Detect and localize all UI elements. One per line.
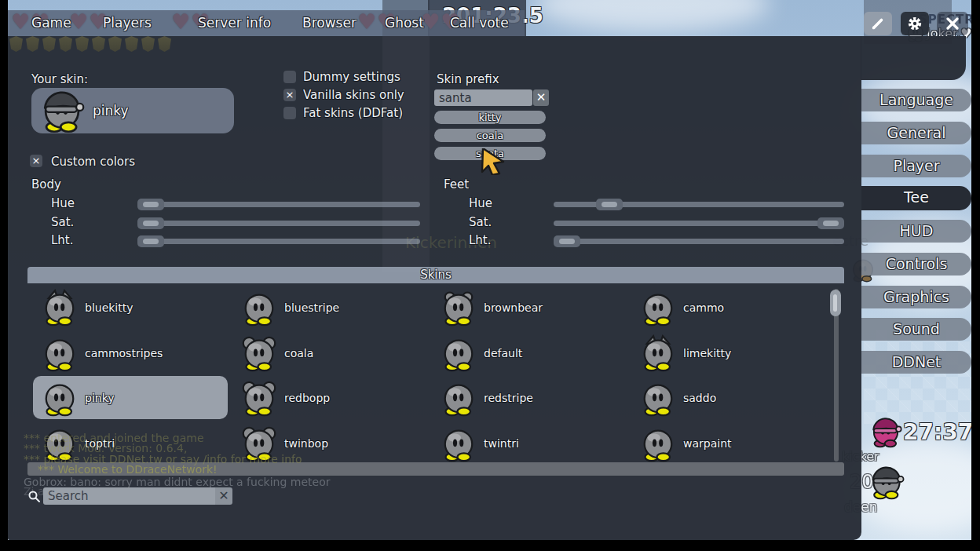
body-section-label: Body (31, 177, 61, 192)
feet-hue-slider-label: Hue (469, 196, 492, 210)
sidebar-tab-language[interactable]: Language (861, 89, 971, 111)
skin-tee-icon (639, 425, 677, 462)
skin-prefix-input[interactable] (434, 89, 532, 106)
chat-line: *** Welcome to DDraceNetwork! (38, 463, 218, 476)
chat-line: Gobrox: bano: sorry man didnt expect a f… (24, 476, 330, 488)
menu-item-players[interactable]: Players (103, 15, 152, 31)
skin-prefix-clear-button[interactable]: ✕ (533, 89, 549, 106)
feet-sat-slider-track[interactable] (554, 221, 844, 226)
feet-hue-slider-handle[interactable] (596, 199, 623, 210)
skin-item-saddo[interactable]: saddo (631, 376, 826, 419)
feet-section-label: Feet (444, 177, 469, 192)
letterbox-left (0, 0, 8, 551)
checkbox-fat-skins-ddfat[interactable] (283, 107, 296, 119)
menu-item-browser[interactable]: Browser (302, 15, 357, 31)
spectate-time: 27:37 (903, 419, 973, 445)
skin-name-twintri: twintri (484, 437, 519, 450)
sidebar-tab-tee[interactable]: Tee (861, 186, 971, 210)
custom-colors-checkbox[interactable]: × (30, 155, 42, 167)
skin-item-brownbear[interactable]: brownbear (432, 286, 627, 329)
skin-item-twintri[interactable]: twintri (432, 421, 627, 465)
checkbox-dummy-settings[interactable] (283, 71, 296, 83)
your-skin-label: Your skin: (31, 72, 88, 86)
sidebar-tab-controls[interactable]: Controls (861, 253, 971, 276)
checkbox-vanilla-skins-only[interactable]: × (283, 89, 296, 101)
sidebar-tab-sound[interactable]: Sound (861, 318, 971, 341)
feet-lht-slider-track[interactable] (554, 239, 844, 244)
sidebar-tab-graphics[interactable]: Graphics (861, 286, 971, 308)
skin-name-default: default (484, 347, 522, 359)
menu-item-server-info[interactable]: Server info (198, 15, 271, 31)
skin-item-redbopp[interactable]: redbopp (232, 376, 427, 419)
body-hue-slider-track[interactable] (137, 202, 420, 207)
gear-icon (907, 16, 923, 31)
body-sat-slider-track[interactable] (137, 221, 420, 226)
skin-name-cammo: cammo (683, 301, 724, 314)
skin-item-warpaint[interactable]: warpaint (631, 421, 826, 465)
skin-item-cammostripes[interactable]: cammostripes (33, 331, 228, 374)
skin-preview-tee (39, 88, 85, 137)
settings-button[interactable] (901, 12, 929, 35)
search-icon (27, 490, 41, 503)
skin-name-bluestripe: bluestripe (284, 301, 339, 314)
skin-name-saddo: saddo (683, 392, 716, 404)
pencil-icon (871, 16, 885, 31)
skin-tee-icon (639, 379, 677, 417)
skin-name-cammostripes: cammostripes (85, 347, 163, 359)
sidebar-tab-ddnet[interactable]: DDNet (861, 351, 971, 374)
checkbox-label-dummy-settings: Dummy settings (303, 70, 400, 84)
checker-pattern (864, 330, 971, 424)
skin-tee-icon (440, 289, 477, 327)
feet-lht-slider-handle[interactable] (554, 235, 580, 247)
checkbox-label-vanilla-skins-only: Vanilla skins only (303, 88, 404, 102)
body-hue-slider-label: Hue (51, 196, 75, 210)
sidebar-tab-hud[interactable]: HUD (861, 220, 971, 243)
quit-button[interactable] (937, 12, 968, 35)
editor-button[interactable] (864, 12, 892, 35)
letterbox-bottom (0, 540, 980, 551)
skin-name-twinbop: twinbop (284, 437, 328, 450)
search-input[interactable] (43, 487, 219, 505)
skin-item-limekitty[interactable]: limekitty (631, 331, 826, 374)
skin-prefix-label: Skin prefix (437, 72, 499, 86)
custom-colors-label: Custom colors (51, 155, 135, 169)
body-hue-slider-handle[interactable] (137, 199, 164, 210)
skin-tee-icon (41, 289, 79, 327)
skin-name-pinky: pinky (85, 392, 115, 404)
skin-tee-icon (440, 379, 477, 417)
skin-item-default[interactable]: default (432, 331, 627, 374)
feet-sat-slider-handle[interactable] (817, 217, 844, 229)
skin-tee-icon (240, 379, 278, 417)
body-sat-slider-handle[interactable] (137, 217, 164, 229)
skin-item-bluestripe[interactable]: bluestripe (232, 286, 427, 329)
spectating-tee-pink (869, 415, 902, 451)
menu-item-game[interactable]: Game (31, 15, 71, 31)
checkbox-label-fat-skins-ddfat: Fat skins (DDFat) (303, 106, 403, 120)
skin-item-redstripe[interactable]: redstripe (432, 376, 627, 419)
skins-scrollbar-handle[interactable] (830, 290, 841, 316)
body-lht-slider-handle[interactable] (137, 235, 164, 247)
menu-item-ghost[interactable]: Ghost (385, 15, 424, 31)
sidebar-tab-general[interactable]: General (861, 122, 971, 144)
skin-item-cammo[interactable]: cammo (631, 286, 826, 329)
body-sat-slider-label: Sat. (51, 215, 74, 229)
skin-item-bluekitty[interactable]: bluekitty (33, 286, 228, 329)
menu-item-call-vote[interactable]: Call vote (450, 15, 509, 31)
skin-tee-icon (639, 289, 677, 327)
skin-preview-box: pinky (31, 88, 234, 133)
skins-list-header: Skins (27, 267, 844, 283)
app-window: 201:23.5 SPECTRUM Joker.♥ 27:37 kicker 2… (0, 0, 980, 551)
prefix-option-coala[interactable]: coala (434, 129, 546, 142)
skin-tee-icon (41, 379, 79, 417)
skin-preview-name: pinky (93, 103, 129, 119)
spectating-tee-gray (868, 464, 905, 503)
skin-item-pinky[interactable]: pinky (33, 376, 228, 419)
letterbox-right (971, 0, 980, 551)
sidebar-tab-player[interactable]: Player (861, 155, 971, 177)
body-lht-slider-track[interactable] (137, 239, 420, 244)
prefix-option-kitty[interactable]: kitty (434, 111, 546, 124)
skin-tee-icon (240, 289, 278, 327)
skin-name-brownbear: brownbear (484, 301, 543, 314)
skin-item-coala[interactable]: coala (232, 331, 427, 374)
search-clear-button[interactable]: ✕ (215, 487, 232, 505)
